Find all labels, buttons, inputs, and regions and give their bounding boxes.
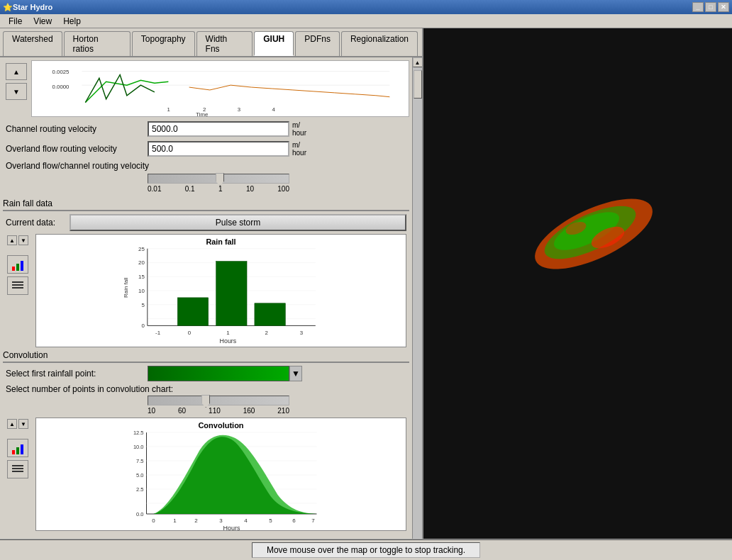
vertical-scrollbar[interactable]: ▲ ▼ xyxy=(412,57,422,550)
menu-view[interactable]: View xyxy=(28,15,57,28)
svg-rect-13 xyxy=(12,284,23,286)
svg-rect-38 xyxy=(216,262,247,326)
current-data-row: Current data: Pulse storm xyxy=(6,214,406,231)
svg-text:5: 5 xyxy=(269,517,272,524)
window-title: Star Hydro xyxy=(13,3,52,11)
svg-text:0.0025: 0.0025 xyxy=(52,69,70,75)
conv-slider-label-2: 60 xyxy=(178,407,186,415)
svg-rect-11 xyxy=(21,261,23,271)
top-chart-section: ▲ ▼ 0.0025 0.0000 xyxy=(3,60,409,117)
svg-text:Hours: Hours xyxy=(220,337,237,345)
tab-watershed[interactable]: Watershed xyxy=(3,31,62,56)
scroll-up-btn[interactable]: ▲ xyxy=(6,63,27,80)
conv-scroll-up-btn[interactable]: ▲ xyxy=(7,419,17,429)
svg-text:3: 3 xyxy=(300,330,304,336)
svg-text:1: 1 xyxy=(173,517,177,524)
channel-routing-input[interactable] xyxy=(148,121,289,137)
svg-rect-37 xyxy=(177,298,208,326)
svg-rect-39 xyxy=(255,303,285,326)
tab-topography[interactable]: Topography xyxy=(132,31,195,56)
tab-pdfns[interactable]: PDFns xyxy=(295,31,340,56)
overland-routing-row: Overland flow routing velocity m/ hour xyxy=(6,141,406,157)
bar-chart-icon-btn[interactable] xyxy=(7,255,28,274)
svg-text:-1: -1 xyxy=(155,330,160,336)
slider-label-5: 100 xyxy=(277,185,289,193)
rainfall-chart-section: ▲ ▼ xyxy=(6,234,406,347)
conv-slider-thumb[interactable] xyxy=(201,395,210,408)
channel-routing-label: Channel routing velocity xyxy=(6,124,148,134)
pulse-storm-button[interactable]: Pulse storm xyxy=(70,214,406,231)
top-chart-svg: 0.0025 0.0000 xyxy=(32,61,409,116)
tab-widthfns[interactable]: Width Fns xyxy=(196,31,253,56)
conv-bar-icon xyxy=(11,442,25,454)
conv-scroll-down-btn[interactable]: ▼ xyxy=(18,419,28,429)
rainfall-point-select[interactable] xyxy=(148,366,289,381)
slider-label-3: 1 xyxy=(218,185,223,193)
dropdown-arrow-btn[interactable]: ▼ xyxy=(289,366,302,381)
svg-text:7: 7 xyxy=(311,517,315,524)
scroll-down-small-btn[interactable]: ▼ xyxy=(18,235,28,245)
svg-text:10: 10 xyxy=(138,288,145,294)
conv-slider-track[interactable] xyxy=(148,396,289,405)
list-icon-btn[interactable] xyxy=(7,276,28,295)
menu-help[interactable]: Help xyxy=(57,15,87,28)
scroll-up-small-btn[interactable]: ▲ xyxy=(7,235,17,245)
svg-text:7.5: 7.5 xyxy=(136,458,143,464)
tab-horton[interactable]: Horton ratios xyxy=(64,31,131,56)
slider-label-4: 10 xyxy=(246,185,254,193)
ratio-slider-track[interactable] xyxy=(148,174,289,184)
svg-text:Time: Time xyxy=(196,111,208,116)
conv-points-label: Select number of points in convolution c… xyxy=(6,384,173,394)
svg-rect-14 xyxy=(12,287,23,289)
svg-rect-44 xyxy=(12,468,23,469)
conv-slider-label-3: 110 xyxy=(209,407,221,415)
svg-text:1: 1 xyxy=(167,106,170,113)
convolution-section-header-row: Convolution xyxy=(3,350,409,363)
svg-text:Rain fall: Rain fall xyxy=(123,277,129,298)
svg-text:0.0: 0.0 xyxy=(136,511,143,517)
overland-routing-input[interactable] xyxy=(148,141,289,157)
svg-text:20: 20 xyxy=(138,259,145,266)
bar-chart-icon xyxy=(11,258,25,271)
svg-text:0: 0 xyxy=(141,323,145,329)
ratio-slider-container: Overland flow/channel routing velocity 0… xyxy=(6,161,406,193)
svg-text:4: 4 xyxy=(272,106,276,113)
right-panel xyxy=(423,28,732,560)
svg-text:Hours: Hours xyxy=(223,525,240,532)
convolution-chart: Convolution xyxy=(35,418,406,531)
tab-giuh[interactable]: GIUH xyxy=(254,31,294,56)
left-panel: Watershed Horton ratios Topography Width… xyxy=(0,28,423,560)
svg-rect-41 xyxy=(16,447,19,454)
svg-text:15: 15 xyxy=(138,274,145,280)
top-small-chart: 0.0025 0.0000 xyxy=(31,60,409,117)
rainfall-chart-svg: Rain fall Rain fall xyxy=(36,235,406,347)
tabs-bar: Watershed Horton ratios Topography Width… xyxy=(0,28,422,57)
svg-text:0.0000: 0.0000 xyxy=(52,84,70,90)
conv-bar-chart-btn[interactable] xyxy=(7,439,28,457)
scroll-thumb-v[interactable] xyxy=(414,70,422,99)
svg-rect-9 xyxy=(12,267,15,271)
conv-slider-row: Select number of points in convolution c… xyxy=(6,384,406,415)
channel-routing-unit: m/ hour xyxy=(292,121,306,137)
svg-text:0: 0 xyxy=(152,517,155,524)
svg-text:4: 4 xyxy=(244,517,248,524)
menu-file[interactable]: File xyxy=(3,15,28,28)
svg-text:5: 5 xyxy=(141,302,145,308)
scroll-down-btn[interactable]: ▼ xyxy=(6,83,27,100)
svg-rect-42 xyxy=(21,444,23,454)
svg-rect-40 xyxy=(12,450,15,454)
conv-list-btn[interactable] xyxy=(7,460,28,478)
left-content: ▲ ▼ 0.0025 0.0000 xyxy=(0,57,412,550)
title-icon: ⭐ xyxy=(3,3,13,12)
close-button[interactable]: ✕ xyxy=(718,2,729,12)
ratio-slider-thumb[interactable] xyxy=(216,173,224,186)
minimize-button[interactable]: _ xyxy=(692,2,704,12)
svg-rect-10 xyxy=(16,264,19,271)
restore-button[interactable]: □ xyxy=(705,2,716,12)
svg-text:3: 3 xyxy=(238,106,240,113)
scroll-up-arrow[interactable]: ▲ xyxy=(413,57,423,67)
window-controls[interactable]: _ □ ✕ xyxy=(692,2,729,12)
tab-regionalization[interactable]: Regionalization xyxy=(341,31,418,56)
svg-text:5.0: 5.0 xyxy=(136,472,143,478)
slider-label-2: 0.1 xyxy=(185,185,195,193)
